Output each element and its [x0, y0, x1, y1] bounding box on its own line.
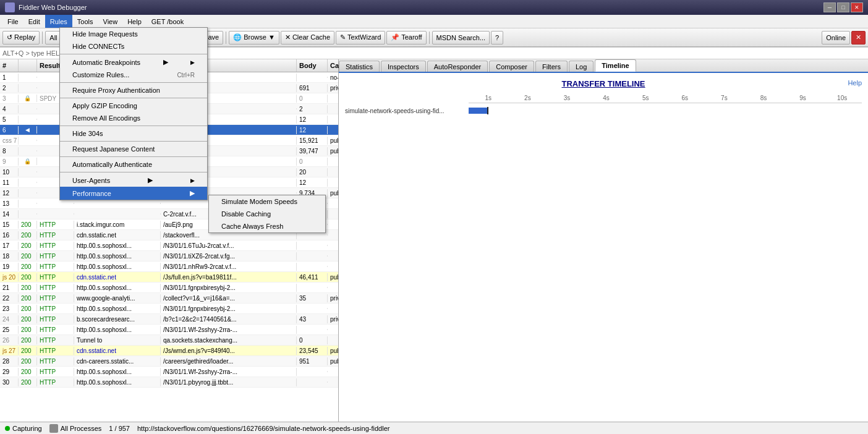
tab-statistics[interactable]: Statistics — [339, 61, 380, 72]
table-row[interactable]: 28 200 HTTP cdn-careers.sstatic... /care… — [0, 356, 338, 367]
session-id: 26 — [0, 336, 19, 344]
menu-item-auto-breakpoints[interactable]: Automatic Breakpoints ▶ — [60, 56, 207, 69]
session-host: www.google-analyti... — [74, 294, 161, 302]
session-icon: 🔒 — [19, 158, 37, 165]
status-bar: Capturing All Processes 1 / 957 http://s… — [0, 422, 868, 434]
clear-cache-button[interactable]: ✕ Clear Cache — [281, 31, 334, 45]
rules-dropdown-menu: Hide Image Requests Hide CONNECTs Automa… — [59, 27, 208, 200]
submenu-arrow-icon: ▶ — [148, 176, 153, 184]
menu-item-hide-image[interactable]: Hide Image Requests — [60, 28, 207, 40]
process-label: All Processes — [61, 425, 102, 432]
tab-inspectors[interactable]: Inspectors — [381, 61, 426, 72]
menu-item-performance[interactable]: Performance ▶ — [60, 187, 207, 200]
table-row[interactable]: 22 200 HTTP www.google-analyti... /colle… — [0, 293, 338, 304]
table-row[interactable]: 19 200 HTTP http.00.s.sophosxl... /N3/01… — [0, 262, 338, 272]
session-caching — [328, 245, 338, 246]
timeline-help-link[interactable]: Help — [848, 79, 862, 87]
table-row[interactable]: 21 200 HTTP http.00.s.sophosxl... /N3/01… — [0, 283, 338, 293]
session-host: Tunnel to — [74, 336, 161, 344]
session-caching: public, .. — [328, 147, 338, 155]
session-id: 8 — [0, 147, 19, 155]
tab-composer[interactable]: Composer — [489, 61, 534, 72]
session-result: 200 — [19, 305, 37, 313]
table-row[interactable]: 23 200 HTTP http.00.s.sophosxl... /N3/01… — [0, 304, 338, 314]
menu-item-proxy-auth[interactable]: Require Proxy Authentication — [60, 84, 207, 96]
tab-log[interactable]: Log — [569, 61, 594, 72]
menu-item-hide-304[interactable]: Hide 304s — [60, 127, 207, 140]
text-wizard-button[interactable]: ✎ TextWizard — [336, 31, 385, 45]
session-caching — [328, 287, 338, 288]
session-body — [297, 287, 328, 288]
session-id: 14 — [0, 210, 19, 218]
title-bar: Fiddler Web Debugger ─ □ ✕ — [0, 0, 868, 15]
right-panel: Statistics Inspectors AutoResponder Comp… — [339, 59, 868, 422]
tab-timeline[interactable]: Timeline — [595, 59, 636, 72]
session-id: 13 — [0, 200, 19, 208]
session-id: 30 — [0, 378, 19, 386]
session-host: i.stack.imgur.com — [74, 221, 161, 229]
session-caching — [328, 213, 338, 215]
session-url: /N3/01/1.fgnpxbiresybj-2... — [161, 284, 297, 292]
timeline-title: TRANSFER TIMELINE — [345, 79, 862, 88]
menu-view[interactable]: View — [98, 15, 123, 28]
menu-item-remove-encodings[interactable]: Remove All Encodings — [60, 112, 207, 124]
table-row[interactable]: 30 200 HTTP http.00.s.sophosxl... /N3/01… — [0, 377, 338, 388]
submenu-item-simulate-modem[interactable]: Simulate Modem Speeds — [209, 195, 325, 208]
menu-item-label: Apply GZIP Encoding — [72, 102, 137, 109]
table-row[interactable]: 17 200 HTTP http.00.s.sophosxl... /N3/01… — [0, 240, 338, 251]
toolbar-sep-3 — [429, 32, 430, 44]
table-row[interactable]: 24 200 HTTP b.scorecardresearc... /b?c1=… — [0, 314, 338, 325]
menu-tools[interactable]: Tools — [72, 15, 98, 28]
menu-item-hide-connects[interactable]: Hide CONNECTs — [60, 40, 207, 53]
menu-get-book[interactable]: GET /book — [147, 15, 189, 28]
msdn-search-button[interactable]: MSDN Search... — [432, 31, 490, 45]
table-row[interactable]: 29 200 HTTP http.00.s.sophosxl... /N3/01… — [0, 367, 338, 377]
menu-file[interactable]: File — [2, 15, 23, 28]
menu-item-japanese[interactable]: Request Japanese Content — [60, 143, 207, 155]
submenu-item-cache-fresh[interactable]: Cache Always Fresh — [209, 220, 325, 232]
menu-item-auto-auth[interactable]: Automatically Authenticate — [60, 158, 207, 171]
session-caching: public, .. — [328, 273, 338, 281]
menu-help[interactable]: Help — [122, 15, 147, 28]
menu-item-customize-rules[interactable]: Customize Rules... Ctrl+R — [60, 69, 207, 81]
maximize-button[interactable]: □ — [837, 2, 849, 12]
process-status: All Processes — [49, 424, 102, 433]
table-row[interactable]: js 27 200 HTTP cdn.sstatic.net /Js/wmd.e… — [0, 346, 338, 356]
menu-item-gzip[interactable]: Apply GZIP Encoding — [60, 100, 207, 112]
session-result: 200 — [19, 378, 37, 386]
session-result: 200 — [19, 284, 37, 292]
session-count: 1 / 957 — [109, 425, 130, 432]
menu-edit[interactable]: Edit — [23, 15, 45, 28]
help-button[interactable]: ? — [491, 31, 503, 45]
toolbar-sep-1 — [42, 32, 43, 44]
capturing-indicator — [5, 426, 10, 431]
online-button[interactable]: Online — [822, 31, 850, 45]
minimize-button[interactable]: ─ — [823, 2, 836, 12]
tearoff-button[interactable]: 📌 Tearoff — [386, 31, 426, 45]
submenu-item-disable-caching[interactable]: Disable Caching — [209, 208, 325, 220]
tab-autoresponder[interactable]: AutoResponder — [427, 61, 488, 72]
toolbar-close-button[interactable]: ✕ — [851, 31, 866, 45]
session-protocol — [74, 213, 161, 215]
close-button[interactable]: ✕ — [851, 2, 863, 12]
timeline-entry: simulate-network-speeds-using-fid... — [345, 106, 862, 115]
session-host: http.00.s.sophosxl... — [74, 242, 161, 250]
table-row[interactable]: js 20 200 HTTP cdn.sstatic.net /Js/full.… — [0, 272, 338, 283]
session-id: 1 — [0, 74, 19, 82]
session-body: 43 — [297, 315, 328, 323]
session-protocol: HTTP — [37, 263, 74, 271]
menu-item-user-agents[interactable]: User-Agents ▶ — [60, 174, 207, 187]
session-host: cdn.sstatic.net — [74, 231, 161, 239]
table-row[interactable]: 25 200 HTTP http.00.s.sophosxl... /N3/01… — [0, 325, 338, 335]
session-caching — [328, 129, 338, 130]
axis-tick-4: 4s — [587, 95, 626, 101]
session-body: 20 — [297, 168, 328, 176]
tab-filters[interactable]: Filters — [535, 61, 568, 72]
menu-rules[interactable]: Rules — [45, 15, 72, 28]
table-row[interactable]: 26 200 HTTP Tunnel to qa.sockets.stackex… — [0, 335, 338, 346]
session-host: cdn.sstatic.net — [74, 273, 161, 281]
capturing-status: Capturing — [5, 425, 42, 432]
replay-button[interactable]: ↺ Replay — [2, 31, 40, 45]
table-row[interactable]: 18 200 HTTP http.00.s.sophosxl... /N3/01… — [0, 251, 338, 262]
browse-button[interactable]: 🌐 Browse ▼ — [229, 31, 279, 45]
